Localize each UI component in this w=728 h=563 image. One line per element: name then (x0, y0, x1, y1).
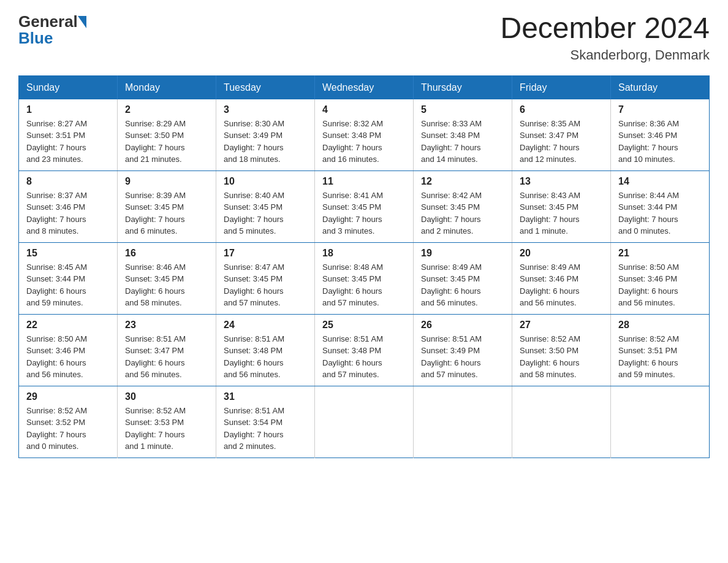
calendar-cell: 18 Sunrise: 8:48 AM Sunset: 3:45 PM Dayl… (315, 242, 414, 314)
day-info: Sunrise: 8:52 AM Sunset: 3:50 PM Dayligh… (520, 333, 603, 381)
day-number: 29 (26, 391, 110, 402)
calendar-cell: 3 Sunrise: 8:30 AM Sunset: 3:49 PM Dayli… (216, 99, 315, 171)
day-info: Sunrise: 8:51 AM Sunset: 3:48 PM Dayligh… (322, 333, 406, 381)
day-info: Sunrise: 8:50 AM Sunset: 3:46 PM Dayligh… (26, 333, 110, 381)
calendar-cell: 8 Sunrise: 8:37 AM Sunset: 3:46 PM Dayli… (19, 170, 118, 242)
calendar-cell (315, 386, 414, 458)
calendar-cell: 13 Sunrise: 8:43 AM Sunset: 3:45 PM Dayl… (512, 170, 611, 242)
day-info: Sunrise: 8:32 AM Sunset: 3:48 PM Dayligh… (322, 118, 406, 166)
column-header-thursday: Thursday (414, 75, 512, 99)
calendar-week-row: 1 Sunrise: 8:27 AM Sunset: 3:51 PM Dayli… (19, 99, 710, 171)
calendar-cell: 31 Sunrise: 8:51 AM Sunset: 3:54 PM Dayl… (216, 386, 315, 458)
calendar-week-row: 29 Sunrise: 8:52 AM Sunset: 3:52 PM Dayl… (19, 386, 710, 458)
day-info: Sunrise: 8:37 AM Sunset: 3:46 PM Dayligh… (26, 190, 110, 237)
day-info: Sunrise: 8:40 AM Sunset: 3:45 PM Dayligh… (224, 190, 307, 237)
calendar-week-row: 15 Sunrise: 8:45 AM Sunset: 3:44 PM Dayl… (19, 242, 710, 314)
calendar-cell: 30 Sunrise: 8:52 AM Sunset: 3:53 PM Dayl… (118, 386, 216, 458)
day-info: Sunrise: 8:51 AM Sunset: 3:49 PM Dayligh… (421, 333, 504, 381)
day-number: 17 (224, 248, 307, 259)
calendar-cell: 19 Sunrise: 8:49 AM Sunset: 3:45 PM Dayl… (414, 242, 512, 314)
day-info: Sunrise: 8:36 AM Sunset: 3:46 PM Dayligh… (618, 118, 702, 166)
day-info: Sunrise: 8:45 AM Sunset: 3:44 PM Dayligh… (26, 261, 110, 309)
day-number: 5 (421, 104, 504, 115)
calendar-week-row: 22 Sunrise: 8:50 AM Sunset: 3:46 PM Dayl… (19, 314, 710, 386)
day-number: 9 (125, 176, 208, 187)
day-number: 18 (322, 248, 406, 259)
day-info: Sunrise: 8:47 AM Sunset: 3:45 PM Dayligh… (224, 261, 307, 309)
month-title: December 2024 (500, 12, 710, 45)
calendar-cell: 5 Sunrise: 8:33 AM Sunset: 3:48 PM Dayli… (414, 99, 512, 171)
day-info: Sunrise: 8:39 AM Sunset: 3:45 PM Dayligh… (125, 190, 208, 237)
day-number: 22 (26, 320, 110, 331)
calendar-cell: 20 Sunrise: 8:49 AM Sunset: 3:46 PM Dayl… (512, 242, 611, 314)
day-number: 4 (322, 104, 406, 115)
day-info: Sunrise: 8:43 AM Sunset: 3:45 PM Dayligh… (520, 190, 603, 237)
day-number: 24 (224, 320, 307, 331)
day-number: 10 (224, 176, 307, 187)
day-number: 12 (421, 176, 504, 187)
day-info: Sunrise: 8:42 AM Sunset: 3:45 PM Dayligh… (421, 190, 504, 237)
day-number: 19 (421, 248, 504, 259)
day-number: 2 (125, 104, 208, 115)
day-number: 1 (26, 104, 110, 115)
calendar-table: SundayMondayTuesdayWednesdayThursdayFrid… (18, 75, 710, 458)
day-number: 21 (618, 248, 702, 259)
day-info: Sunrise: 8:49 AM Sunset: 3:45 PM Dayligh… (421, 261, 504, 309)
day-info: Sunrise: 8:51 AM Sunset: 3:54 PM Dayligh… (224, 405, 307, 453)
calendar-cell: 17 Sunrise: 8:47 AM Sunset: 3:45 PM Dayl… (216, 242, 315, 314)
calendar-cell: 1 Sunrise: 8:27 AM Sunset: 3:51 PM Dayli… (19, 99, 118, 171)
column-header-saturday: Saturday (611, 75, 710, 99)
day-info: Sunrise: 8:41 AM Sunset: 3:45 PM Dayligh… (322, 190, 406, 237)
day-number: 14 (618, 176, 702, 187)
day-info: Sunrise: 8:29 AM Sunset: 3:50 PM Dayligh… (125, 118, 208, 166)
calendar-cell: 7 Sunrise: 8:36 AM Sunset: 3:46 PM Dayli… (611, 99, 710, 171)
calendar-cell (414, 386, 512, 458)
day-info: Sunrise: 8:44 AM Sunset: 3:44 PM Dayligh… (618, 190, 702, 237)
day-number: 3 (224, 104, 307, 115)
day-number: 6 (520, 104, 603, 115)
day-info: Sunrise: 8:35 AM Sunset: 3:47 PM Dayligh… (520, 118, 603, 166)
calendar-cell: 25 Sunrise: 8:51 AM Sunset: 3:48 PM Dayl… (315, 314, 414, 386)
day-info: Sunrise: 8:27 AM Sunset: 3:51 PM Dayligh… (26, 118, 110, 166)
day-info: Sunrise: 8:52 AM Sunset: 3:51 PM Dayligh… (618, 333, 702, 381)
calendar-cell: 6 Sunrise: 8:35 AM Sunset: 3:47 PM Dayli… (512, 99, 611, 171)
calendar-cell: 28 Sunrise: 8:52 AM Sunset: 3:51 PM Dayl… (611, 314, 710, 386)
day-info: Sunrise: 8:49 AM Sunset: 3:46 PM Dayligh… (520, 261, 603, 309)
calendar-cell: 21 Sunrise: 8:50 AM Sunset: 3:46 PM Dayl… (611, 242, 710, 314)
column-header-sunday: Sunday (19, 75, 118, 99)
day-number: 28 (618, 320, 702, 331)
logo: General Blue (18, 12, 86, 48)
calendar-cell: 14 Sunrise: 8:44 AM Sunset: 3:44 PM Dayl… (611, 170, 710, 242)
calendar-cell (611, 386, 710, 458)
day-number: 15 (26, 248, 110, 259)
location-title: Skanderborg, Denmark (500, 47, 710, 63)
calendar-cell: 16 Sunrise: 8:46 AM Sunset: 3:45 PM Dayl… (118, 242, 216, 314)
day-info: Sunrise: 8:50 AM Sunset: 3:46 PM Dayligh… (618, 261, 702, 309)
day-number: 7 (618, 104, 702, 115)
day-info: Sunrise: 8:48 AM Sunset: 3:45 PM Dayligh… (322, 261, 406, 309)
day-number: 8 (26, 176, 110, 187)
day-info: Sunrise: 8:30 AM Sunset: 3:49 PM Dayligh… (224, 118, 307, 166)
day-number: 20 (520, 248, 603, 259)
calendar-cell: 27 Sunrise: 8:52 AM Sunset: 3:50 PM Dayl… (512, 314, 611, 386)
calendar-cell (512, 386, 611, 458)
column-header-tuesday: Tuesday (216, 75, 315, 99)
calendar-cell: 2 Sunrise: 8:29 AM Sunset: 3:50 PM Dayli… (118, 99, 216, 171)
day-info: Sunrise: 8:52 AM Sunset: 3:53 PM Dayligh… (125, 405, 208, 453)
day-number: 26 (421, 320, 504, 331)
day-info: Sunrise: 8:52 AM Sunset: 3:52 PM Dayligh… (26, 405, 110, 453)
calendar-cell: 26 Sunrise: 8:51 AM Sunset: 3:49 PM Dayl… (414, 314, 512, 386)
calendar-cell: 12 Sunrise: 8:42 AM Sunset: 3:45 PM Dayl… (414, 170, 512, 242)
calendar-cell: 11 Sunrise: 8:41 AM Sunset: 3:45 PM Dayl… (315, 170, 414, 242)
calendar-cell: 23 Sunrise: 8:51 AM Sunset: 3:47 PM Dayl… (118, 314, 216, 386)
day-info: Sunrise: 8:51 AM Sunset: 3:48 PM Dayligh… (224, 333, 307, 381)
day-number: 23 (125, 320, 208, 331)
day-info: Sunrise: 8:33 AM Sunset: 3:48 PM Dayligh… (421, 118, 504, 166)
column-header-wednesday: Wednesday (315, 75, 414, 99)
calendar-cell: 4 Sunrise: 8:32 AM Sunset: 3:48 PM Dayli… (315, 99, 414, 171)
day-info: Sunrise: 8:46 AM Sunset: 3:45 PM Dayligh… (125, 261, 208, 309)
day-number: 25 (322, 320, 406, 331)
calendar-cell: 29 Sunrise: 8:52 AM Sunset: 3:52 PM Dayl… (19, 386, 118, 458)
column-header-monday: Monday (118, 75, 216, 99)
calendar-cell: 9 Sunrise: 8:39 AM Sunset: 3:45 PM Dayli… (118, 170, 216, 242)
